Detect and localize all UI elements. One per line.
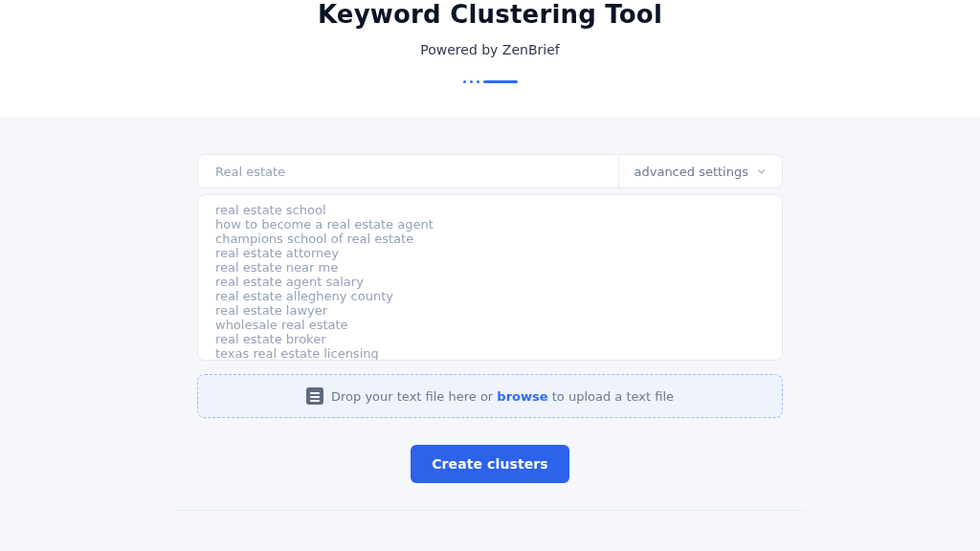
advanced-settings-label: advanced settings <box>635 165 749 179</box>
chevron-down-icon <box>756 163 767 181</box>
dropzone-text: Drop your text file here or browse to up… <box>331 389 674 404</box>
file-dropzone[interactable]: Drop your text file here or browse to up… <box>197 374 783 418</box>
list-item: real estate near me <box>215 260 765 275</box>
dropzone-post: to upload a text file <box>548 389 674 404</box>
list-item: how to become a real estate agent <box>215 217 765 231</box>
dropzone-pre: Drop your text file here or <box>331 389 497 404</box>
page-title: Keyword Clustering Tool <box>318 0 662 29</box>
list-item: real estate broker <box>215 332 765 346</box>
accent-divider <box>463 80 518 83</box>
keyword-list[interactable]: real estate school how to become a real … <box>197 194 783 361</box>
list-item: real estate agent salary <box>215 275 765 289</box>
list-item: real estate school <box>215 203 765 217</box>
create-clusters-button[interactable]: Create clusters <box>411 445 569 483</box>
keyword-input[interactable] <box>198 155 618 187</box>
advanced-settings-toggle[interactable]: advanced settings <box>619 155 783 187</box>
page-subtitle: Powered by ZenBrief <box>420 42 559 57</box>
list-item: champions school of real estate <box>215 231 765 246</box>
list-item: texas real estate licensing <box>215 346 765 361</box>
list-item: wholesale real estate <box>215 318 765 332</box>
list-item: real estate lawyer <box>215 303 765 318</box>
query-row: advanced settings <box>197 154 783 188</box>
footer-divider <box>174 510 806 511</box>
browse-link[interactable]: browse <box>497 389 547 404</box>
list-item: real estate allegheny county <box>215 289 765 303</box>
file-text-icon <box>306 387 323 405</box>
list-item: real estate attorney <box>215 246 765 260</box>
